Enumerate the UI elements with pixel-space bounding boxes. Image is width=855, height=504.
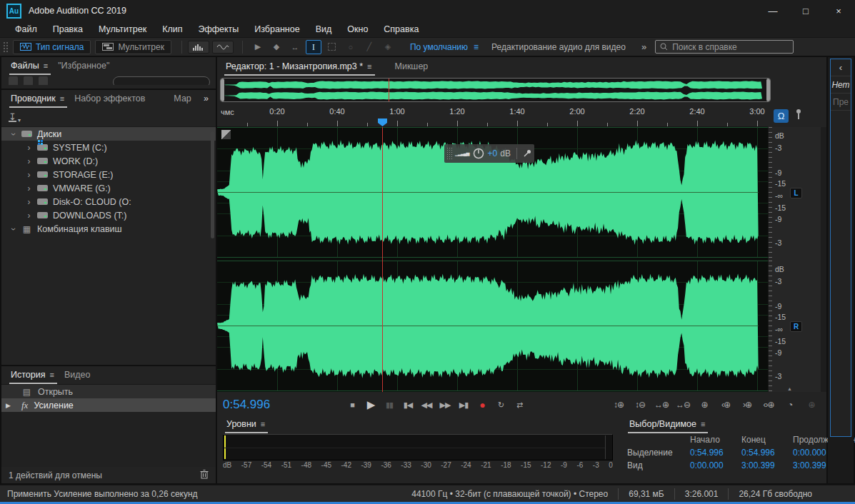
tab-files[interactable]: Файлы≡ [8, 58, 55, 75]
workspace-description[interactable]: Редактирование аудио для видео [491, 42, 626, 52]
tree-item-vmware-g-[interactable]: ›VMWARE (G:) [1, 181, 216, 195]
tab-favorites[interactable]: "Избранное" [55, 58, 116, 75]
paintbrush-selection-tool[interactable]: ╱ [361, 40, 377, 54]
loop-playback-button[interactable]: ↻ [491, 397, 510, 413]
workspace-overflow-chevrons[interactable]: » [641, 41, 646, 52]
pause-button[interactable]: ▮▮ [380, 397, 399, 413]
chevron-right-icon[interactable]: › [26, 211, 32, 221]
chevron-down-icon[interactable]: › [9, 131, 19, 137]
zoom-to-selection-button[interactable]: ‹›⊕ [759, 397, 778, 413]
tree-item-комбинация-клавиш[interactable]: ›▦Комбинация клавиш [1, 222, 216, 236]
menu-file[interactable]: Файл [7, 24, 45, 34]
chevron-right-icon[interactable]: › [26, 143, 32, 153]
selection-end[interactable]: 0:54.996 [741, 448, 793, 458]
explorer-scrollbar[interactable] [211, 131, 214, 238]
zoom-out-horizontal-button[interactable]: ↔⊖ [674, 397, 692, 413]
razor-tool[interactable]: ◆ [269, 40, 284, 54]
import-icon[interactable]: ↧ [9, 113, 16, 122]
spectral-view-button[interactable] [212, 41, 234, 54]
chevron-right-icon[interactable]: › [26, 197, 32, 207]
tab-effects-rack[interactable]: Набор эффектов [71, 91, 152, 108]
tab-editor[interactable]: Редактор: 1 - Мизантропия.mp3 *≡ [223, 59, 379, 76]
spot-healing-tool[interactable]: ◈ [380, 40, 396, 54]
panel-menu-icon[interactable]: ≡ [261, 420, 265, 428]
menu-favorites[interactable]: Избранное [246, 24, 307, 34]
lasso-selection-tool[interactable]: ○ [343, 40, 359, 54]
time-selection-tool[interactable]: I [306, 40, 321, 54]
hud-gain-value[interactable]: +0 [488, 148, 498, 158]
view-start[interactable]: 0:00.000 [690, 460, 741, 470]
panel-menu-icon[interactable]: ≡ [44, 61, 48, 70]
tab-selection-view[interactable]: Выбор/Видимое≡ [626, 416, 712, 433]
record-button[interactable]: ● [473, 397, 491, 413]
tab-explorer[interactable]: Проводник≡ [8, 91, 71, 108]
workspace-name[interactable]: По умолчанию [410, 42, 468, 52]
view-end[interactable]: 3:00.399 [741, 460, 793, 470]
files-search-field[interactable] [113, 76, 210, 85]
panel-menu-icon[interactable]: ≡ [367, 62, 371, 71]
waveform-view-button[interactable] [188, 41, 209, 54]
files-toolbar-icon[interactable] [9, 76, 18, 85]
timed-record-button[interactable]: ◔ [781, 397, 799, 413]
spectral-splitter-icon[interactable] [221, 130, 231, 139]
workspace-menu-icon[interactable]: ≡ [474, 42, 479, 52]
panel-overflow-chevrons[interactable]: » [201, 91, 216, 108]
snapping-magnet-button[interactable]: Ω [774, 109, 789, 123]
hud-pin-icon[interactable] [523, 149, 531, 158]
menu-window[interactable]: Окно [339, 24, 376, 34]
chevron-right-icon[interactable]: › [26, 156, 32, 166]
zoom-in-horizontal-button[interactable]: ↔⊕ [652, 397, 671, 413]
play-button[interactable]: ▶ [361, 397, 380, 413]
hud-grip-icon[interactable] [446, 147, 452, 160]
tree-item-storage-e-[interactable]: ›STORAGE (E:) [1, 168, 216, 181]
waveform-mode-button[interactable]: Тип сигнала [13, 40, 91, 54]
chevron-down-icon[interactable]: › [9, 226, 19, 232]
overview-right-handle[interactable] [766, 79, 770, 101]
chevron-right-icon[interactable]: › [26, 183, 32, 193]
menu-multitrack[interactable]: Мультитрек [91, 24, 154, 34]
panel-menu-icon[interactable]: ≡ [49, 371, 54, 379]
search-input[interactable] [672, 42, 779, 52]
rewind-button[interactable]: ◀◀ [417, 397, 436, 413]
help-search-box[interactable] [655, 40, 794, 54]
skip-to-end-button[interactable]: ▶▮ [454, 397, 473, 413]
timeline-ruler[interactable]: чмс 0:200:401:001:201:402:002:202:403:00 [217, 104, 768, 127]
import-dropdown-caret[interactable]: ▾ [18, 117, 21, 124]
selection-start[interactable]: 0:54.996 [690, 448, 741, 458]
playhead-cap[interactable] [378, 119, 387, 126]
stop-button[interactable]: ■ [343, 397, 361, 413]
history-item-amplify[interactable]: ▶ fx Усиление [1, 398, 216, 412]
skip-to-start-button[interactable]: ▮◀ [399, 397, 417, 413]
marquee-selection-tool[interactable] [324, 40, 340, 54]
trash-icon[interactable] [200, 469, 209, 481]
panel-menu-icon[interactable]: ≡ [701, 420, 705, 428]
menu-effects[interactable]: Эффекты [190, 24, 246, 34]
gain-hud[interactable]: ▁▂▃▄▅ +0 dB [444, 144, 534, 163]
close-button[interactable]: × [822, 0, 855, 21]
add-marker-button[interactable] [794, 109, 803, 123]
zoom-full-reset-button[interactable]: ⊕ [695, 397, 714, 413]
tree-item-диски[interactable]: ›Диски [1, 127, 216, 141]
files-toolbar-icon[interactable] [39, 76, 48, 85]
toolbar-grip[interactable] [3, 41, 9, 53]
tab-video[interactable]: Видео [61, 367, 98, 384]
zoom-in-vertical-button[interactable]: ↕⊕ [609, 397, 628, 413]
tree-item-downloads-t-[interactable]: ›DOWNLOADS (T:) [1, 208, 216, 222]
tree-item-work-d-[interactable]: ›WORK (D:) [1, 154, 216, 168]
chevron-right-icon[interactable]: › [26, 170, 32, 180]
fast-forward-button[interactable]: ▶▶ [436, 397, 454, 413]
tree-item-disk-o-cloud-o-[interactable]: ›Disk-O: CLOUD (O: [1, 195, 216, 208]
menu-clip[interactable]: Клип [154, 24, 190, 34]
amplitude-ruler[interactable]: L R ▲ dB-3-9-15-∞-15-9-3dB-3-9-15-∞-15-9… [768, 127, 821, 392]
tab-markers[interactable]: Мар [171, 91, 198, 108]
files-toolbar-icon[interactable] [24, 76, 33, 85]
minimize-button[interactable]: — [756, 0, 789, 21]
waveform-display[interactable]: ▁▂▃▄▅ +0 dB [217, 127, 768, 392]
tab-history[interactable]: История≡ [8, 367, 61, 384]
zoom-out-vertical-button[interactable]: ↕⊖ [631, 397, 649, 413]
current-time-display[interactable]: 0:54.996 [223, 398, 343, 412]
menu-help[interactable]: Справка [376, 24, 426, 34]
zoom-to-in-point-button[interactable]: ‹⊕ [716, 397, 735, 413]
skip-selection-button[interactable]: ⇄ [510, 397, 529, 413]
zoom-to-out-point-button[interactable]: ›⊕ [738, 397, 756, 413]
